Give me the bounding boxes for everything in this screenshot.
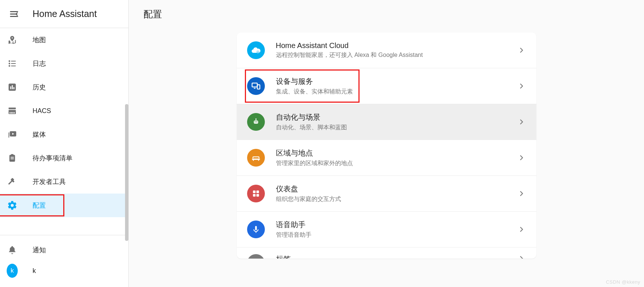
hacs-icon (7, 105, 18, 116)
sidebar-item-config[interactable]: 配置 (0, 194, 128, 217)
sidebar-item-label: 配置 (33, 201, 46, 210)
sidebar-item-label: 待办事项清单 (33, 154, 73, 163)
sidebar-item-todo[interactable]: 待办事项清单 (0, 146, 128, 170)
setting-texts: 仪表盘 组织您与家庭的交互方式 (276, 184, 517, 203)
gear-icon (7, 200, 18, 211)
sidebar-item-devtools[interactable]: 开发者工具 (0, 170, 128, 194)
setting-row-areas[interactable]: 区域与地点 管理家里的区域和家外的地点 (237, 140, 536, 175)
setting-row-automation[interactable]: 自动化与场景 自动化、场景、脚本和蓝图 (237, 104, 536, 140)
svg-rect-15 (10, 112, 10, 113)
setting-row-cloud[interactable]: Home Assistant Cloud 远程控制智能家居，还可接入 Alexa… (237, 33, 536, 68)
setting-title: Home Assistant Cloud (276, 41, 517, 50)
sidebar-item-label: k (33, 267, 36, 275)
setting-subtitle: 集成、设备、实体和辅助元素 (276, 88, 517, 96)
map-icon (7, 34, 18, 45)
setting-title: 设备与服务 (276, 76, 517, 86)
sidebar-item-history[interactable]: 历史 (0, 75, 128, 99)
sidebar-scrollbar[interactable] (125, 104, 128, 241)
topbar: 配置 (129, 0, 644, 28)
svg-point-33 (256, 122, 257, 123)
sidebar-item-notifications[interactable]: 通知 (0, 238, 128, 262)
media-icon (7, 129, 18, 140)
setting-subtitle: 自动化、场景、脚本和蓝图 (276, 124, 517, 131)
svg-rect-24 (11, 157, 14, 158)
setting-subtitle: 管理语音助手 (276, 231, 517, 239)
tag-icon (247, 254, 265, 259)
sidebar-item-map[interactable]: 地图 (0, 28, 128, 52)
chevron-right-icon (517, 82, 526, 90)
hammer-icon (7, 176, 18, 187)
chevron-right-icon (517, 117, 526, 126)
svg-point-32 (254, 122, 256, 123)
svg-rect-12 (13, 87, 14, 89)
history-icon (7, 82, 18, 93)
svg-rect-25 (11, 158, 14, 159)
setting-row-dashboard[interactable]: 仪表盘 组织您与家庭的交互方式 (237, 176, 536, 211)
setting-row-tags[interactable]: 标签 (237, 247, 536, 259)
chevron-right-icon (517, 153, 526, 162)
chevron-right-icon (517, 189, 526, 198)
svg-rect-11 (12, 85, 13, 89)
svg-rect-31 (254, 121, 258, 124)
bell-icon (7, 245, 18, 256)
chevron-right-icon (517, 46, 526, 55)
devices-icon (247, 77, 265, 95)
setting-row-voice[interactable]: 语音助手 管理语音助手 (237, 212, 536, 247)
sidebar-item-label: 日志 (33, 59, 46, 68)
settings-card: Home Assistant Cloud 远程控制智能家居，还可接入 Alexa… (237, 33, 536, 259)
menu-toggle-button[interactable] (7, 7, 21, 21)
svg-rect-17 (13, 112, 13, 113)
svg-rect-19 (8, 133, 9, 138)
sidebar-item-user[interactable]: k k (0, 262, 128, 280)
setting-subtitle: 管理家里的区域和家外的地点 (276, 160, 517, 167)
svg-rect-40 (255, 226, 257, 230)
svg-rect-16 (11, 112, 12, 113)
svg-rect-27 (252, 83, 257, 87)
svg-rect-18 (14, 112, 14, 113)
svg-rect-4 (11, 61, 16, 61)
setting-title: 仪表盘 (276, 184, 517, 194)
setting-texts: 自动化与场景 自动化、场景、脚本和蓝图 (276, 112, 517, 131)
robot-icon (247, 113, 265, 131)
avatar: k (7, 265, 18, 276)
setting-texts: 语音助手 管理语音助手 (276, 220, 517, 239)
svg-rect-6 (11, 63, 16, 64)
sidebar-nav-list: 地图 日志 (0, 28, 128, 280)
svg-point-3 (9, 60, 10, 62)
dashboard-icon (247, 185, 265, 202)
setting-title: 标签 (276, 254, 517, 259)
svg-rect-10 (10, 86, 11, 89)
chevron-right-icon (517, 254, 526, 259)
setting-texts: 标签 (276, 254, 517, 259)
clipboard-icon (7, 153, 18, 164)
sidebar-item-media[interactable]: 媒体 (0, 123, 128, 146)
setting-subtitle: 远程控制智能家居，还可接入 Alexa 和 Google Assistant (276, 51, 517, 59)
sidebar-item-label: 历史 (33, 83, 46, 92)
svg-point-7 (9, 65, 10, 66)
svg-point-5 (9, 63, 10, 64)
sidebar-item-hacs[interactable]: HACS (0, 99, 128, 123)
setting-title: 语音助手 (276, 220, 517, 230)
sofa-icon (247, 149, 265, 167)
setting-row-devices[interactable]: 设备与服务 集成、设备、实体和辅助元素 (237, 68, 536, 104)
chevron-right-icon (517, 225, 526, 234)
setting-title: 区域与地点 (276, 148, 517, 158)
sidebar-item-label: HACS (33, 107, 51, 115)
setting-texts: 区域与地点 管理家里的区域和家外的地点 (276, 148, 517, 167)
content-wrap: Home Assistant Cloud 远程控制智能家居，还可接入 Alexa… (129, 28, 644, 287)
svg-rect-23 (11, 154, 14, 156)
sidebar-divider (0, 235, 128, 235)
sidebar-scroll-area: 地图 日志 (0, 28, 128, 287)
main-area: 配置 Home Assistant Cloud 远程控制智能家居，还可接入 Al… (129, 0, 644, 287)
svg-rect-22 (9, 155, 15, 161)
menu-collapse-icon (9, 9, 19, 19)
setting-texts: Home Assistant Cloud 远程控制智能家居，还可接入 Alexa… (276, 41, 517, 59)
svg-rect-29 (257, 85, 260, 89)
sidebar-item-label: 媒体 (33, 130, 46, 139)
svg-rect-8 (11, 65, 16, 66)
setting-subtitle: 组织您与家庭的交互方式 (276, 195, 517, 203)
sidebar-item-logbook[interactable]: 日志 (0, 52, 128, 75)
sidebar-spacer (0, 217, 128, 233)
microphone-icon (247, 221, 265, 238)
setting-texts: 设备与服务 集成、设备、实体和辅助元素 (276, 76, 517, 96)
